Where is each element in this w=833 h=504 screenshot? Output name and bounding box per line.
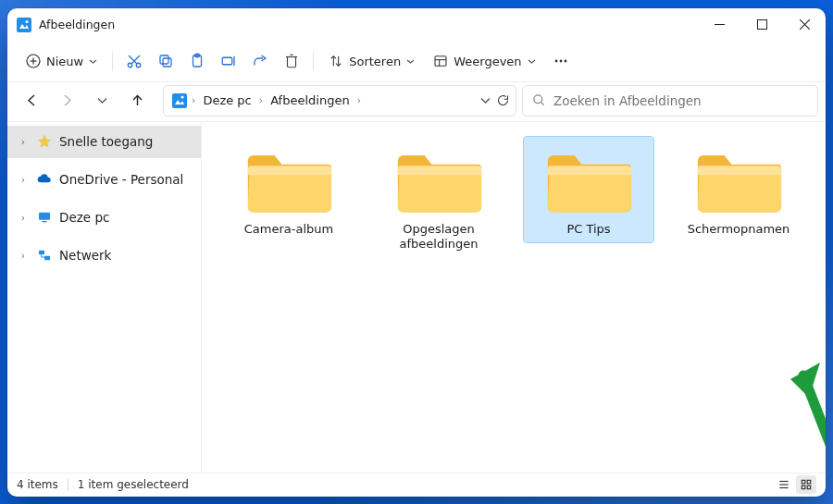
svg-rect-4 [757,20,766,30]
up-button[interactable] [122,86,152,116]
svg-rect-46 [802,480,805,484]
search-box[interactable] [522,85,818,117]
address-bar: › Deze pc › Afbeeldingen › [7,82,826,121]
svg-point-11 [136,63,141,68]
svg-rect-23 [435,56,446,67]
svg-line-34 [541,102,543,104]
icons-view-button[interactable] [796,475,816,494]
share-button[interactable] [244,45,276,77]
file-explorer-window: Afbeeldingen Nieuw Sorteren Weergeven [7,8,826,497]
sidebar-item-onedrive[interactable]: › OneDrive - Personal [7,164,201,196]
folder-icon [544,142,633,215]
rename-icon [220,53,237,69]
svg-point-33 [534,95,542,104]
status-divider [68,478,68,491]
titlebar[interactable]: Afbeeldingen [7,8,826,42]
crumb-sep-icon: › [257,94,265,106]
svg-rect-14 [163,58,171,67]
chevron-right-icon: › [17,213,30,223]
view-button[interactable]: Weergeven [424,45,544,77]
sidebar-item-label: Deze pc [59,210,109,225]
copy-button[interactable] [150,45,181,77]
svg-marker-42 [790,363,820,398]
new-button[interactable]: Nieuw [17,45,106,77]
chevron-right-icon: › [17,251,30,261]
sidebar-item-this-pc[interactable]: › Deze pc [7,202,201,234]
more-button[interactable] [545,45,577,77]
folder-item-label: Schermopnamen [688,222,790,237]
svg-rect-15 [160,55,168,64]
refresh-button[interactable] [496,93,510,107]
search-icon [532,93,546,107]
svg-point-28 [564,60,566,63]
svg-rect-37 [42,221,46,222]
status-selected-count: 1 item geselecteerd [78,478,189,491]
path-box[interactable]: › Deze pc › Afbeeldingen › [163,85,516,117]
svg-point-26 [554,60,557,63]
forward-button[interactable] [52,86,81,116]
folder-item[interactable]: PC Tips [524,137,653,242]
pictures-app-icon [17,18,31,32]
svg-rect-47 [807,480,811,484]
chevron-down-icon [528,57,536,66]
status-item-count: 4 items [17,478,58,491]
monitor-icon [37,210,52,225]
folder-item[interactable]: Schermopnamen [674,137,803,242]
svg-rect-0 [17,18,31,32]
onedrive-icon [37,172,52,187]
paste-button[interactable] [181,45,213,77]
layout-icon [433,54,448,68]
maximize-button[interactable] [740,8,783,42]
sidebar-item-quick-access[interactable]: › Snelle toegang [7,126,201,158]
recent-locations-button[interactable] [87,86,117,116]
sort-button[interactable]: Sorteren [319,45,424,77]
star-icon [37,134,52,149]
view-button-label: Weergeven [454,55,521,68]
navigation-pane: › Snelle toegang › OneDrive - Personal ›… [7,122,202,473]
sidebar-item-label: OneDrive - Personal [59,172,183,187]
breadcrumb-root[interactable]: Deze pc [199,91,255,110]
folder-icon [394,142,483,215]
sidebar-item-label: Netwerk [59,248,111,263]
toolbar-divider [313,51,314,71]
ellipsis-icon [553,53,569,69]
details-view-button[interactable] [774,475,794,494]
annotation-arrow [785,363,826,473]
svg-rect-48 [802,486,805,489]
new-button-label: Nieuw [46,55,83,68]
svg-rect-36 [39,213,50,220]
rename-button[interactable] [213,45,244,77]
folder-icon [694,142,783,215]
back-button[interactable] [17,86,46,116]
chevron-down-icon [89,57,97,66]
folder-view[interactable]: Camera-album Opgeslagen afbeeldingen PC … [202,122,826,473]
folder-item-label: Opgeslagen afbeeldingen [379,222,498,252]
svg-point-2 [25,19,28,22]
trash-icon [283,53,300,69]
svg-rect-49 [807,486,811,489]
toolbar-divider [112,51,113,71]
crumb-sep-icon: › [190,94,197,106]
folder-item[interactable]: Opgeslagen afbeeldingen [374,137,504,258]
minimize-button[interactable] [698,8,740,42]
window-title: Afbeeldingen [39,18,115,31]
sidebar-item-network[interactable]: › Netwerk [7,240,201,272]
content-area: › Snelle toegang › OneDrive - Personal ›… [7,121,826,473]
chevron-right-icon: › [17,137,30,147]
copy-icon [157,53,174,69]
search-input[interactable] [553,93,808,108]
svg-point-32 [180,95,183,98]
toolbar: Nieuw Sorteren Weergeven [7,42,826,82]
scissors-icon [126,53,143,69]
pictures-icon [171,92,188,109]
breadcrumb-folder[interactable]: Afbeeldingen [267,91,353,110]
folder-item[interactable]: Camera-album [224,137,354,242]
share-icon [252,53,268,69]
chevron-down-icon [406,57,415,66]
cut-button[interactable] [118,45,150,77]
delete-button[interactable] [276,45,307,77]
close-button[interactable] [783,8,826,42]
svg-rect-38 [39,251,44,255]
path-dropdown-button[interactable] [480,95,491,105]
paste-icon [189,53,205,69]
